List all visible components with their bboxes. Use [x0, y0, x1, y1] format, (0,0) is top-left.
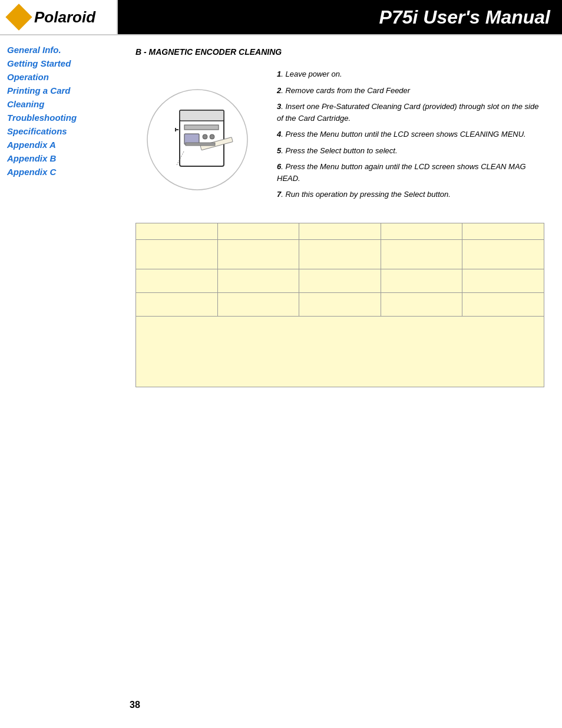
col-header-2: [217, 223, 299, 239]
cell-2-5: [462, 269, 544, 292]
sidebar-item-cleaning[interactable]: Cleaning: [7, 99, 111, 109]
col-header-1: [136, 223, 218, 239]
col-header-3: [299, 223, 381, 239]
section-title-text: - MAGNETIC ENCODER CLEANING: [144, 47, 282, 57]
cell-1-2: [217, 239, 299, 269]
sidebar-item-appendix-c[interactable]: Appendix C: [7, 167, 111, 177]
sidebar: General Info. Getting Started Operation …: [0, 35, 118, 728]
cell-3-4: [381, 292, 462, 316]
cell-3-1: [136, 292, 218, 316]
cell-2-4: [381, 269, 462, 292]
table-row-3: [136, 292, 544, 316]
logo-diamond-icon: [5, 4, 32, 30]
cell-1-3: [299, 239, 381, 269]
content-body: 1. Leave power on. 2. Remove cards from …: [135, 68, 544, 205]
svg-rect-8: [186, 143, 215, 146]
step-6: 6. Press the Menu button again until the…: [277, 161, 544, 184]
cell-2-3: [299, 269, 381, 292]
manual-title: P75i User's Manual: [379, 6, 550, 28]
section-letter: B: [135, 47, 141, 57]
steps-container: 1. Leave power on. 2. Remove cards from …: [277, 68, 544, 205]
sidebar-item-getting-started[interactable]: Getting Started: [7, 58, 111, 68]
page-number: 38: [130, 700, 140, 710]
cell-1-4: [381, 239, 462, 269]
step-3: 3. Insert one Pre-Saturated Cleaning Car…: [277, 101, 544, 124]
cell-2-2: [217, 269, 299, 292]
page-header: Polaroid P75i User's Manual: [0, 0, 562, 35]
cell-1-1: [136, 239, 218, 269]
col-header-5: [462, 223, 544, 239]
step-7: 7. Run this operation by pressing the Se…: [277, 189, 544, 200]
svg-rect-2: [180, 110, 224, 121]
manual-title-area: P75i User's Manual: [118, 0, 562, 34]
svg-point-5: [203, 134, 207, 139]
cell-1-5: [462, 239, 544, 269]
merged-cell: [136, 316, 544, 387]
cell-3-3: [299, 292, 381, 316]
cell-3-5: [462, 292, 544, 316]
sidebar-item-printing-card[interactable]: Printing a Card: [7, 85, 111, 95]
sidebar-item-troubleshooting[interactable]: Troubleshooting: [7, 113, 111, 123]
table-row-merged: [136, 316, 544, 387]
step-2: 2. Remove cards from the Card Feeder: [277, 85, 544, 97]
svg-point-6: [210, 134, 214, 139]
printer-diagram-svg: [141, 78, 259, 196]
main-layout: General Info. Getting Started Operation …: [0, 35, 562, 728]
data-table: [135, 223, 544, 387]
col-header-4: [381, 223, 462, 239]
sidebar-item-appendix-a[interactable]: Appendix A: [7, 140, 111, 150]
table-header-row: [136, 223, 544, 239]
step-4: 4. Press the Menu button until the LCD s…: [277, 129, 544, 140]
step-5: 5. Press the Select button to select.: [277, 145, 544, 157]
logo-text: Polaroid: [34, 8, 95, 27]
svg-rect-3: [184, 125, 219, 130]
cell-3-2: [217, 292, 299, 316]
cell-2-1: [136, 269, 218, 292]
sidebar-item-operation[interactable]: Operation: [7, 72, 111, 82]
table-row-1: [136, 239, 544, 269]
section-heading: B - MAGNETIC ENCODER CLEANING: [135, 47, 544, 57]
step-1: 1. Leave power on.: [277, 68, 544, 80]
table-row-2: [136, 269, 544, 292]
main-content: B - MAGNETIC ENCODER CLEANING: [118, 35, 562, 728]
sidebar-item-general-info[interactable]: General Info.: [7, 45, 111, 55]
printer-illustration: [135, 68, 265, 205]
logo-area: Polaroid: [0, 0, 118, 34]
sidebar-item-appendix-b[interactable]: Appendix B: [7, 153, 111, 163]
data-table-section: [135, 223, 544, 387]
sidebar-item-specifications[interactable]: Specifications: [7, 126, 111, 136]
